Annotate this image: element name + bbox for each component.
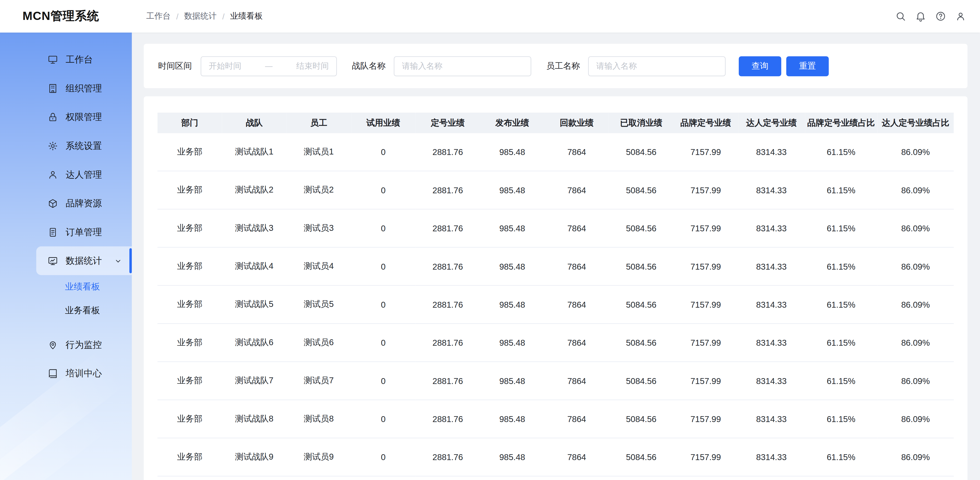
employee-name-input[interactable] (588, 56, 726, 76)
table-cell: 5084.56 (609, 438, 673, 476)
table-row: 业务部测试战队2测试员202881.76985.4878645084.56715… (158, 171, 954, 209)
sidebar-item-label: 数据统计 (65, 255, 102, 267)
sidebar-item-label: 品牌资源 (65, 197, 102, 209)
table-cell: 61.15% (805, 171, 877, 209)
date-range-separator: — (261, 62, 277, 70)
table-cell: 0 (351, 400, 415, 438)
bell-icon[interactable] (915, 11, 926, 22)
table-cell: 业务部 (158, 362, 222, 400)
table-cell: 61.15% (805, 362, 877, 400)
table-cell: 985.48 (480, 171, 545, 209)
sidebar-item-organization[interactable]: 组织管理 (36, 74, 132, 103)
team-name-input[interactable] (394, 56, 531, 76)
table-row: 业务部测试战队4测试员402881.76985.4878645084.56715… (158, 247, 954, 285)
table-cell: 8314.33 (738, 362, 805, 400)
table-cell: 测试员9 (286, 438, 351, 476)
gear-icon (48, 140, 58, 151)
table-cell: 测试战队10 (222, 476, 286, 480)
table-cell: 61.15% (805, 324, 877, 362)
sidebar-item-training[interactable]: 培训中心 (36, 359, 132, 388)
sidebar-item-settings[interactable]: 系统设置 (36, 131, 132, 160)
table-cell: 7864 (544, 324, 609, 362)
table-cell: 测试员7 (286, 362, 351, 400)
table-cell: 8314.33 (738, 209, 805, 247)
employee-name-label: 员工名称 (546, 60, 580, 72)
table-cell: 测试战队8 (222, 400, 286, 438)
table-cell: 7157.99 (673, 438, 738, 476)
breadcrumb-item[interactable]: 数据统计 (184, 11, 217, 22)
breadcrumb-item[interactable]: 工作台 (146, 11, 171, 22)
table-column-header: 战队 (222, 113, 286, 133)
table-cell: 61.15% (805, 247, 877, 285)
main-content: 时间区间 — 战队名称 员工名称 查询 重置 (132, 32, 980, 480)
table-cell: 测试战队9 (222, 438, 286, 476)
table-cell: 985.48 (480, 285, 545, 324)
sidebar: 工作台 组织管理 权限管理 系统设置 (0, 32, 132, 480)
sidebar-item-permissions[interactable]: 权限管理 (36, 103, 132, 131)
date-range-picker[interactable]: — (200, 56, 337, 76)
table-cell: 2881.76 (415, 362, 480, 400)
table-cell: 86.09% (877, 476, 954, 480)
sidebar-subitem-business-board[interactable]: 业务看板 (0, 299, 132, 323)
sidebar-item-orders[interactable]: 订单管理 (36, 217, 132, 246)
table-cell: 0 (351, 362, 415, 400)
table-cell: 86.09% (877, 171, 954, 209)
sidebar-item-brand[interactable]: 品牌资源 (36, 189, 132, 218)
sidebar-item-talent[interactable]: 达人管理 (36, 160, 132, 189)
table-cell: 0 (351, 285, 415, 324)
search-icon[interactable] (895, 11, 906, 22)
table-cell: 7157.99 (673, 171, 738, 209)
table-cell: 0 (351, 133, 415, 171)
performance-table-card: 部门战队员工试用业绩定号业绩发布业绩回款业绩已取消业绩品牌定号业绩达人定号业绩品… (144, 96, 967, 480)
table-column-header: 部门 (158, 113, 222, 133)
table-cell: 86.09% (877, 133, 954, 171)
app-logo: MCN管理系统 (0, 8, 132, 24)
sidebar-menu: 工作台 组织管理 权限管理 系统设置 (0, 32, 132, 388)
table-cell: 985.48 (480, 209, 545, 247)
table-cell: 2881.76 (415, 438, 480, 476)
table-cell: 测试战队2 (222, 171, 286, 209)
user-icon[interactable] (955, 11, 966, 22)
table-cell: 测试员5 (286, 285, 351, 324)
lock-icon (48, 112, 58, 122)
table-cell: 测试员3 (286, 209, 351, 247)
table-cell: 2881.76 (415, 171, 480, 209)
table-cell: 5084.56 (609, 209, 673, 247)
sidebar-item-behavior[interactable]: 行为监控 (36, 330, 132, 359)
reset-button[interactable]: 重置 (786, 56, 829, 76)
table-cell: 985.48 (480, 324, 545, 362)
table-cell: 7157.99 (673, 133, 738, 171)
table-cell: 7157.99 (673, 476, 738, 480)
table-cell: 86.09% (877, 362, 954, 400)
table-cell: 5084.56 (609, 285, 673, 324)
team-name-label: 战队名称 (352, 60, 386, 72)
table-cell: 7864 (544, 209, 609, 247)
sidebar-item-label: 权限管理 (65, 111, 102, 123)
table-cell: 0 (351, 209, 415, 247)
date-start-input[interactable] (207, 61, 261, 72)
table-cell: 2881.76 (415, 476, 480, 480)
table-cell: 0 (351, 476, 415, 480)
table-cell: 7157.99 (673, 247, 738, 285)
table-cell: 86.09% (877, 285, 954, 324)
search-button[interactable]: 查询 (739, 56, 781, 76)
workbench-icon (48, 54, 58, 65)
table-row: 业务部测试战队7测试员702881.76985.4878645084.56715… (158, 362, 954, 400)
table-cell: 2881.76 (415, 285, 480, 324)
sidebar-item-statistics[interactable]: 数据统计 (36, 246, 132, 275)
statistics-submenu: 业绩看板 业务看板 (0, 275, 132, 323)
sidebar-item-workbench[interactable]: 工作台 (36, 45, 132, 74)
date-end-input[interactable] (276, 61, 330, 72)
table-column-header: 回款业绩 (544, 113, 609, 133)
filter-bar: 时间区间 — 战队名称 员工名称 查询 重置 (144, 44, 967, 88)
behavior-pin-icon (48, 339, 58, 350)
help-icon[interactable] (935, 11, 946, 22)
sidebar-item-label: 系统设置 (65, 140, 102, 151)
table-cell: 86.09% (877, 247, 954, 285)
sidebar-item-label: 工作台 (65, 53, 93, 65)
performance-table: 部门战队员工试用业绩定号业绩发布业绩回款业绩已取消业绩品牌定号业绩达人定号业绩品… (158, 113, 954, 480)
breadcrumb-separator: / (177, 11, 179, 21)
sidebar-subitem-performance-board[interactable]: 业绩看板 (0, 275, 132, 299)
table-cell: 2881.76 (415, 400, 480, 438)
table-cell: 0 (351, 171, 415, 209)
